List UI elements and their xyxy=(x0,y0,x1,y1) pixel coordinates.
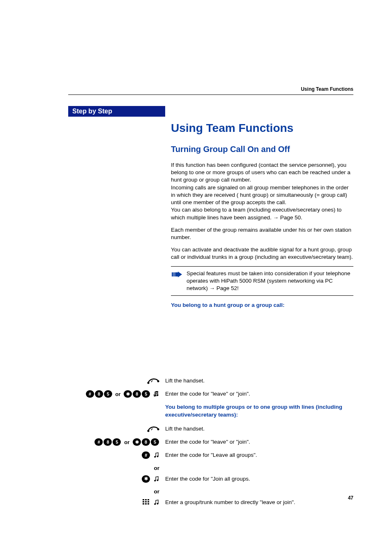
or-text: or xyxy=(115,391,120,397)
lift-handset-icon xyxy=(147,377,159,385)
scenario-2-heading: You belong to multiple groups or to one … xyxy=(165,403,353,418)
svg-rect-0 xyxy=(172,272,173,276)
step-icon-cell xyxy=(68,425,165,433)
page-ref-52[interactable]: → Page 52! xyxy=(210,285,239,291)
key-star: ✱ xyxy=(124,390,132,398)
step-key-cell: ✱ xyxy=(68,475,165,483)
svg-rect-15 xyxy=(145,499,147,500)
step-row: # Enter the code for "Leave all groups". xyxy=(68,451,353,459)
step-row: Enter a group/trunk number to directly "… xyxy=(68,499,353,506)
step-icon-cell xyxy=(68,377,165,385)
svg-rect-22 xyxy=(148,503,149,504)
note-text: Special features must be taken into cons… xyxy=(187,270,353,292)
step-text: Enter the code for "leave" or "join". xyxy=(165,390,353,398)
step-text: Enter a group/trunk number to directly "… xyxy=(165,499,353,506)
step-key-cell xyxy=(68,499,165,506)
para2: Each member of the group remains availab… xyxy=(171,226,353,241)
key-star: ✱ xyxy=(133,438,141,446)
step-row: Lift the handset. xyxy=(68,377,353,385)
step-row: Lift the handset. xyxy=(68,425,353,433)
scenario-1-heading: You belong to a hunt group or a group ca… xyxy=(171,302,353,309)
step-text: Enter the code for "Join all groups. xyxy=(165,475,353,483)
svg-rect-19 xyxy=(148,501,149,502)
step-key-cell: # xyxy=(68,451,165,459)
tone-icon xyxy=(154,452,159,458)
step-text: Enter the code for "leave" or "join". xyxy=(165,438,353,446)
note-box: Special features must be taken into cons… xyxy=(171,266,353,296)
key-5: 5 xyxy=(113,438,121,446)
para1a: If this function has been configured (co… xyxy=(171,162,350,183)
svg-rect-14 xyxy=(143,499,144,500)
svg-point-7 xyxy=(157,394,159,396)
svg-point-9 xyxy=(157,428,159,430)
step-key-cell: #85 or ✱85 xyxy=(68,390,165,398)
para1c-pre: You can also belong to a team (including… xyxy=(171,207,341,220)
svg-rect-20 xyxy=(143,503,144,504)
svg-rect-16 xyxy=(148,499,149,500)
step-row: ✱ Enter the code for "Join all groups. xyxy=(68,475,353,483)
step-row: #85 or ✱85 Enter the code for "leave" or… xyxy=(68,390,353,398)
key-8: 8 xyxy=(133,390,141,398)
step-row: #85 or ✱85 Enter the code for "leave" or… xyxy=(68,438,353,446)
svg-marker-3 xyxy=(178,272,182,277)
key-8: 8 xyxy=(95,390,103,398)
tone-icon xyxy=(154,476,159,482)
svg-point-5 xyxy=(157,380,159,382)
keypad-icon xyxy=(142,499,150,506)
key-hash: # xyxy=(142,451,150,459)
or-label: or xyxy=(68,465,165,471)
key-8: 8 xyxy=(142,438,150,446)
key-5: 5 xyxy=(151,438,159,446)
running-header: Using Team Functions xyxy=(301,86,353,92)
main-content: Using Team Functions Turning Group Call … xyxy=(171,119,353,315)
svg-rect-18 xyxy=(145,501,147,502)
key-5: 5 xyxy=(142,390,150,398)
or-text: or xyxy=(124,439,129,445)
or-label: or xyxy=(68,488,165,495)
step-text: Enter the code for "Leave all groups". xyxy=(165,451,353,459)
svg-point-4 xyxy=(148,382,150,384)
step-text: Lift the handset. xyxy=(165,425,353,433)
svg-point-8 xyxy=(148,430,150,432)
step-row-or: or xyxy=(68,488,353,495)
tone-icon xyxy=(154,391,159,397)
step-row: You belong to multiple groups or to one … xyxy=(68,403,353,418)
step-rows: Lift the handset. #85 or ✱85 Enter the c… xyxy=(68,377,353,512)
para3: You can activate and deactivate the audi… xyxy=(171,246,353,261)
key-8: 8 xyxy=(104,438,112,446)
step-row-or: or xyxy=(68,465,353,471)
svg-rect-2 xyxy=(175,272,178,276)
svg-rect-21 xyxy=(145,503,147,504)
key-hash: # xyxy=(95,438,103,446)
header-rule xyxy=(68,94,353,95)
step-key-cell: #85 or ✱85 xyxy=(68,438,165,446)
tone-icon xyxy=(154,499,159,506)
key-5: 5 xyxy=(104,390,112,398)
note-icon xyxy=(171,270,187,292)
lift-handset-icon xyxy=(147,425,159,433)
step-by-step-label: Step by Step xyxy=(68,106,165,117)
svg-rect-17 xyxy=(143,501,144,502)
para1b: Incoming calls are signaled on all group… xyxy=(171,184,348,205)
key-star: ✱ xyxy=(142,475,150,483)
svg-rect-1 xyxy=(173,272,175,276)
page-title: Using Team Functions xyxy=(171,122,353,135)
page-ref-50[interactable]: → Page 50. xyxy=(273,214,302,221)
svg-point-6 xyxy=(154,395,156,396)
page-number: 47 xyxy=(348,495,353,501)
step-text: Lift the handset. xyxy=(165,377,353,385)
section-title: Turning Group Call On and Off xyxy=(171,145,353,154)
intro-paragraph: If this function has been configured (co… xyxy=(171,161,353,221)
manual-page: Using Team Functions Step by Step Using … xyxy=(0,0,392,555)
key-hash: # xyxy=(86,390,94,398)
